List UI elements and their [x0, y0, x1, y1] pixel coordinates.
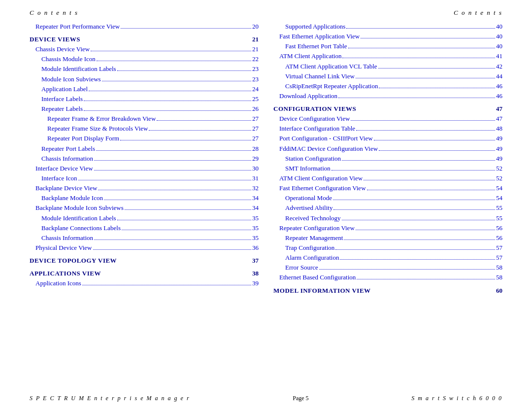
toc-page: 25	[252, 94, 259, 104]
toc-entry: Application Label24	[30, 84, 259, 94]
toc-entry: Module Icon Subviews23	[30, 74, 259, 84]
toc-entry: Module Identification Labels23	[30, 64, 259, 74]
toc-entry: Backplane Connections Labels35	[30, 223, 259, 233]
toc-dots	[356, 230, 495, 230]
toc-title: Alarm Configuration	[285, 253, 339, 263]
section-header: DEVICE TOPOLOGY VIEW37	[30, 257, 259, 265]
toc-title: Repeater Frame & Error Breakdown View	[47, 114, 156, 124]
toc-page: 29	[252, 154, 259, 164]
toc-dots	[91, 51, 251, 51]
section-title: CONFIGURATION VIEWS	[273, 105, 356, 113]
toc-dots	[84, 110, 251, 111]
right-column: Supported Applications40Fast Ethernet Ap…	[273, 22, 502, 389]
toc-entry: Backplane Module Icon34	[30, 193, 259, 203]
toc-page: 58	[496, 273, 502, 282]
toc-page: 49	[496, 144, 502, 154]
toc-page: 49	[496, 154, 502, 164]
toc-title: CsRipEnetRpt Repeater Application	[285, 81, 378, 91]
toc-entry: Application Icons39	[30, 278, 259, 288]
toc-dots	[120, 140, 251, 140]
toc-entry: Device Configuration View47	[273, 114, 502, 124]
toc-entry: Fast Ethernet Configuration View54	[273, 183, 502, 193]
toc-entry: FddiMAC Device Configuration View49	[273, 144, 502, 154]
toc-entry: Supported Applications40	[273, 22, 502, 32]
toc-dots	[357, 279, 495, 279]
toc-title: Fast Ethernet Configuration View	[279, 183, 366, 193]
toc-title: Repeater Configuration View	[279, 223, 355, 233]
toc-dots	[117, 220, 251, 220]
toc-dots	[94, 170, 251, 171]
toc-dots	[332, 170, 495, 171]
toc-title: Backplane Module Icon Subviews	[35, 203, 124, 213]
toc-page: 57	[496, 243, 502, 253]
toc-title: Error Source	[285, 263, 318, 273]
toc-dots	[340, 259, 495, 260]
toc-title: Repeater Management	[285, 233, 343, 243]
toc-title: Advertised Ability	[285, 203, 332, 213]
toc-page: 52	[496, 164, 502, 173]
toc-page: 49	[496, 134, 502, 143]
toc-title: Chassis Information	[41, 233, 93, 243]
page-footer: S P E C T R U M E n t e r p r i s e M a …	[30, 393, 502, 402]
toc-dots	[356, 130, 495, 131]
toc-title: Backplane Connections Labels	[41, 223, 121, 233]
toc-page: 57	[496, 253, 502, 263]
toc-entry: Chassis Device View21	[30, 44, 259, 54]
toc-page: 44	[496, 71, 502, 81]
toc-title: Fast Ethernet Application View	[279, 32, 360, 41]
toc-page: 34	[252, 193, 259, 203]
toc-page: 42	[496, 62, 502, 71]
toc-title: Repeater Port Labels	[41, 144, 95, 154]
toc-entry: Repeater Labels26	[30, 104, 259, 114]
toc-title: Trap Configuration	[285, 243, 334, 253]
toc-title: Physical Device View	[35, 243, 92, 253]
toc-page: 27	[252, 134, 259, 143]
toc-title: Repeater Port Performance View	[35, 22, 120, 32]
toc-page: 40	[496, 22, 502, 32]
toc-title: Chassis Module Icon	[41, 54, 96, 64]
toc-dots	[157, 120, 251, 121]
toc-title: Port Configuration - CSIIfPort View	[279, 134, 373, 143]
toc-dots	[102, 81, 251, 81]
toc-title: ATM Client Configuration View	[279, 173, 363, 183]
toc-entry: Chassis Module Icon22	[30, 54, 259, 64]
toc-entry: Module Identification Labels35	[30, 213, 259, 223]
toc-page: 36	[252, 243, 259, 253]
toc-entry: Backplane Device View32	[30, 183, 259, 193]
toc-title: ATM Client Application VCL Table	[285, 62, 377, 71]
toc-dots	[374, 140, 495, 140]
toc-page: 30	[252, 164, 259, 173]
toc-page: 28	[252, 144, 259, 154]
toc-dots	[117, 70, 251, 71]
toc-title: Chassis Device View	[35, 44, 90, 54]
footer-center: Page 5	[293, 395, 308, 402]
toc-page: 46	[496, 81, 502, 91]
toc-entry: Repeater Frame Size & Protocols View27	[30, 124, 259, 134]
toc-dots	[335, 249, 495, 250]
toc-page: 35	[252, 233, 259, 243]
toc-page: 54	[496, 193, 502, 203]
toc-dots	[367, 190, 495, 190]
toc-title: Interface Configuration Table	[279, 124, 355, 134]
toc-title: Application Icons	[35, 278, 81, 288]
toc-entry: SMT Information52	[273, 164, 502, 173]
toc-dots	[93, 249, 251, 250]
toc-entry: CsRipEnetRpt Repeater Application46	[273, 81, 502, 91]
toc-page: 24	[252, 84, 259, 94]
toc-title: Fast Ethernet Port Table	[285, 41, 347, 51]
toc-entry: Chassis Information35	[30, 233, 259, 243]
toc-entry: ATM Client Application VCL Table42	[273, 62, 502, 71]
toc-page: 21	[252, 44, 259, 54]
footer-right: S m a r t S w i t c h 6 0 0 0	[411, 395, 502, 402]
toc-dots	[121, 28, 251, 29]
toc-entry: Fast Ethernet Port Table40	[273, 41, 502, 51]
toc-entry: Virtual Channel Link View44	[273, 71, 502, 81]
toc-dots	[84, 101, 251, 101]
toc-entry: Repeater Management56	[273, 233, 502, 243]
toc-page: 34	[252, 203, 259, 213]
toc-page: 47	[496, 114, 502, 124]
toc-dots	[94, 160, 251, 161]
toc-title: Ethernet Based Configuration	[279, 273, 356, 282]
toc-title: Download Application	[279, 91, 337, 101]
section-header: DEVICE VIEWS21	[30, 35, 259, 43]
